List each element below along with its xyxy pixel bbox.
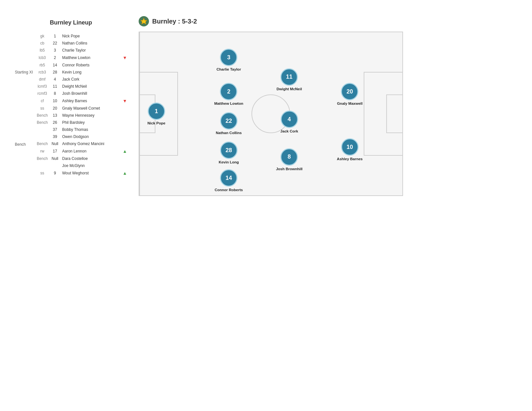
player-name: Nathan Collins xyxy=(60,40,121,47)
bench-player-num: 13 xyxy=(50,112,60,119)
bench-player-pos xyxy=(35,133,50,140)
player-node-jack-cork: 4 Jack Cork xyxy=(281,111,298,133)
pitch: 1 Nick Pope 3 Charlie Taylor 2 Matthew L… xyxy=(139,32,403,196)
player-circle-dwight-mcneil: 11 xyxy=(281,68,298,86)
player-node-josh-brownhill: 8 Josh Brownhill xyxy=(276,148,302,171)
player-num: 10 xyxy=(50,97,60,105)
player-icon xyxy=(121,62,129,69)
player-circle-gnaly-maxwell: 20 xyxy=(341,83,359,100)
bench-player-name: Bobby Thomas xyxy=(60,126,121,133)
player-icon xyxy=(121,33,129,40)
bench-player-name: Dara Costelloe xyxy=(60,155,121,162)
player-name: Kevin Long xyxy=(60,69,121,76)
player-circle-nathan-collins: 22 xyxy=(220,112,237,130)
bench-player-name: Wout Weghorst xyxy=(60,169,121,177)
player-circle-connor-roberts: 14 xyxy=(220,169,237,187)
section-starting-xi: Starting XI xyxy=(13,33,35,112)
player-name: Josh Brownhill xyxy=(60,90,121,97)
player-name: Ashley Barnes xyxy=(60,97,121,105)
bench-player-name: Anthony Gomez Mancini xyxy=(60,140,121,147)
player-name: Nick Pope xyxy=(60,33,121,40)
svg-marker-0 xyxy=(141,18,147,24)
bench-player-pos xyxy=(35,126,50,133)
bench-player-num: 37 xyxy=(50,126,60,133)
green-arrow-icon: ▲ xyxy=(123,149,127,154)
player-pos: ss xyxy=(35,105,50,112)
bench-player-num: 17 xyxy=(50,147,60,155)
bench-player-icon xyxy=(121,155,129,162)
player-num: 11 xyxy=(50,83,60,90)
bench-player-num xyxy=(50,162,60,169)
player-pos: rcmf3 xyxy=(35,90,50,97)
player-pos: rb5 xyxy=(35,62,50,69)
player-num: 3 xyxy=(50,47,60,54)
player-circle-matthew-lowton: 2 xyxy=(220,83,237,100)
player-circle-josh-brownhill: 8 xyxy=(281,148,298,166)
player-pos: cb xyxy=(35,40,50,47)
right-panel: Burnley : 5-3-2 1 Nick Pope 3 Charlie Ta… xyxy=(129,13,519,398)
bench-player-name: Aaron Lennon xyxy=(60,147,121,155)
team-badge xyxy=(139,16,149,26)
player-label-nick-pope: Nick Pope xyxy=(147,121,165,125)
player-num: 2 xyxy=(50,54,60,62)
player-name: Gnaly Maxwell Cornet xyxy=(60,105,121,112)
bench-player-icon xyxy=(121,126,129,133)
bench-player-num: 26 xyxy=(50,119,60,126)
bench-player-num: 39 xyxy=(50,133,60,140)
player-num: 28 xyxy=(50,69,60,76)
player-pos: gk xyxy=(35,33,50,40)
bench-player-icon xyxy=(121,162,129,169)
player-name: Jack Cork xyxy=(60,76,121,83)
player-node-matthew-lowton: 2 Matthew Lowton xyxy=(214,83,243,105)
formation-title: Burnley : 5-3-2 xyxy=(152,18,197,25)
bench-player-icon xyxy=(121,112,129,119)
bench-player-pos: Bench xyxy=(35,119,50,126)
player-circle-jack-cork: 4 xyxy=(281,111,298,128)
player-icon xyxy=(121,40,129,47)
player-num: 4 xyxy=(50,76,60,83)
player-icon xyxy=(121,69,129,76)
player-label-matthew-lowton: Matthew Lowton xyxy=(214,102,243,105)
bench-player-icon xyxy=(121,140,129,147)
player-node-connor-roberts: 14 Connor Roberts xyxy=(215,169,243,192)
bench-player-pos: Bench xyxy=(35,155,50,162)
player-node-ashley-barnes: 10 Ashley Barnes xyxy=(337,138,363,161)
bench-player-icon: ▲ xyxy=(121,147,129,155)
goal-box-right xyxy=(386,94,402,133)
player-icon xyxy=(121,105,129,112)
red-arrow-icon: ▼ xyxy=(123,98,127,103)
bench-player-pos xyxy=(35,162,50,169)
player-label-ashley-barnes: Ashley Barnes xyxy=(337,157,363,161)
player-name: Matthew Lowton xyxy=(60,54,121,62)
bench-player-pos: ss xyxy=(35,169,50,177)
player-node-gnaly-maxwell: 20 Gnaly Maxwell xyxy=(337,83,362,105)
player-icon xyxy=(121,76,129,83)
bench-player-pos: rw xyxy=(35,147,50,155)
red-arrow-icon: ▼ xyxy=(123,55,127,60)
player-icon: ▼ xyxy=(121,97,129,105)
player-label-connor-roberts: Connor Roberts xyxy=(215,188,243,192)
bench-player-name: Phil Bardsley xyxy=(60,119,121,126)
player-circle-charlie-taylor: 3 xyxy=(220,49,237,66)
bench-player-pos: Bench xyxy=(35,140,50,147)
player-pos: lb5 xyxy=(35,47,50,54)
player-name: Dwight McNeil xyxy=(60,83,121,90)
player-circle-kevin-long: 28 xyxy=(220,142,237,159)
player-num: 8 xyxy=(50,90,60,97)
player-num: 14 xyxy=(50,62,60,69)
player-pos: lcb3 xyxy=(35,54,50,62)
lineup-title: Burnley Lineup xyxy=(13,19,129,26)
player-node-nick-pope: 1 Nick Pope xyxy=(147,103,165,125)
player-pos: lcmf3 xyxy=(35,83,50,90)
player-num: 22 xyxy=(50,40,60,47)
player-node-charlie-taylor: 3 Charlie Taylor xyxy=(217,49,241,71)
lineup-table: Starting XI gk 1 Nick Pope cb 22 Nathan … xyxy=(13,33,129,177)
player-label-dwight-mcneil: Dwight McNeil xyxy=(277,87,302,91)
player-label-josh-brownhill: Josh Brownhill xyxy=(276,167,302,171)
left-panel: Burnley Lineup Starting XI gk 1 Nick Pop… xyxy=(13,13,129,398)
bench-player-icon: ▲ xyxy=(121,169,129,177)
player-node-nathan-collins: 22 Nathan Collins xyxy=(216,112,242,135)
player-label-gnaly-maxwell: Gnaly Maxwell xyxy=(337,102,362,105)
player-label-jack-cork: Jack Cork xyxy=(281,129,298,133)
bench-player-icon xyxy=(121,133,129,140)
